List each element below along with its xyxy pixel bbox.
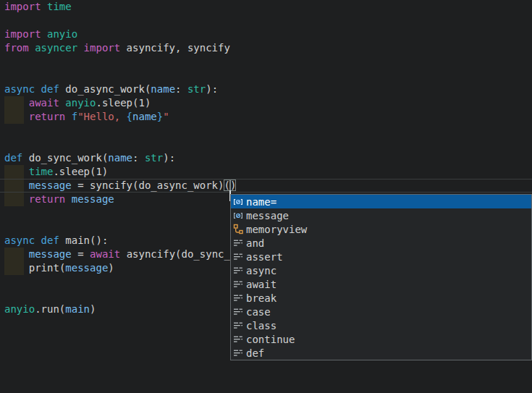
code-token	[4, 248, 29, 260]
code-token: syncify	[90, 179, 132, 191]
code-token: .sleep(1)	[96, 97, 151, 109]
code-token: time	[29, 166, 54, 177]
code-line-4[interactable]: from asyncer import asyncify, syncify	[0, 41, 532, 55]
code-token: "	[163, 111, 169, 122]
code-token: main	[65, 303, 90, 315]
suggest-item-label: case	[246, 306, 271, 318]
suggest-item[interactable]: def	[231, 346, 531, 360]
suggest-item[interactable]: assert	[231, 250, 531, 263]
code-token: anyio	[65, 97, 96, 109]
code-token: await	[90, 248, 120, 260]
code-token	[41, 28, 47, 40]
code-token: import	[4, 28, 41, 40]
code-line-12[interactable]: def do_sync_work(name: str):	[0, 151, 532, 165]
code-token: (do_sync_	[175, 248, 230, 260]
suggest-item[interactable]: memoryview	[231, 222, 531, 236]
code-token	[4, 97, 29, 109]
code-token: message	[29, 179, 72, 191]
suggest-item-label: memoryview	[246, 224, 307, 235]
code-token: asyncify	[127, 248, 175, 260]
suggest-item-label: await	[246, 279, 276, 290]
symbol-keyword-icon	[232, 334, 244, 345]
code-token: message	[72, 193, 114, 205]
suggest-item[interactable]: break	[231, 291, 531, 305]
code-token: return	[29, 111, 66, 122]
code-token	[120, 248, 126, 260]
code-token	[4, 111, 29, 122]
code-token: {	[127, 111, 132, 122]
code-token	[35, 234, 41, 246]
code-token	[35, 83, 41, 95]
code-editor[interactable]: import timeimport anyiofrom asyncer impo…	[0, 0, 532, 393]
code-token: .sleep(1)	[53, 166, 108, 177]
code-token: do_sync_work	[29, 152, 102, 164]
code-line-5[interactable]	[0, 55, 532, 69]
code-token: asyncify, syncify	[120, 42, 230, 54]
code-token: =	[72, 179, 90, 191]
code-line-3[interactable]: import anyio	[0, 28, 532, 41]
code-token: await	[29, 97, 59, 109]
code-line-6[interactable]	[0, 69, 532, 83]
code-token	[65, 111, 71, 122]
suggest-item[interactable]: await	[231, 277, 531, 291]
autocomplete-popup[interactable]: name=messagememoryviewandassertasyncawai…	[230, 194, 532, 360]
code-token: message	[65, 262, 108, 274]
code-token: )	[108, 262, 114, 274]
code-line-9[interactable]: return f"Hello, {name}"	[0, 110, 532, 124]
code-token: time	[47, 1, 72, 12]
suggest-item[interactable]: async	[231, 263, 531, 277]
symbol-keyword-icon	[232, 265, 244, 276]
code-token: )	[90, 303, 96, 315]
code-token: .run(	[35, 303, 65, 315]
code-line-1[interactable]: import time	[0, 0, 532, 14]
code-token: def	[41, 83, 59, 95]
suggest-item[interactable]: message	[231, 208, 531, 222]
code-token	[4, 262, 29, 274]
code-token: message	[29, 248, 72, 260]
suggest-item[interactable]: name=	[231, 195, 531, 208]
code-line-13[interactable]: time.sleep(1)	[0, 165, 532, 179]
suggest-item-label: break	[246, 292, 276, 304]
code-token: }	[157, 111, 163, 122]
suggest-item-label: and	[246, 237, 264, 249]
code-token: async	[4, 83, 35, 95]
code-token: import	[84, 42, 121, 54]
code-line-7[interactable]: async def do_async_work(name: str):	[0, 83, 532, 96]
symbol-keyword-icon	[232, 347, 244, 359]
code-token: print	[29, 262, 59, 274]
code-token: main	[65, 234, 90, 246]
code-token: anyio	[4, 303, 35, 315]
suggest-item[interactable]: class	[231, 318, 531, 332]
suggestion-list: name=messagememoryviewandassertasyncawai…	[231, 195, 531, 360]
code-token	[22, 152, 28, 164]
code-line-8[interactable]: await anyio.sleep(1)	[0, 96, 532, 110]
suggest-item-label: async	[246, 265, 276, 276]
symbol-variable-icon	[232, 196, 244, 208]
code-token: ():	[90, 234, 108, 246]
suggest-item-label: def	[246, 347, 264, 359]
suggest-item[interactable]: continue	[231, 332, 531, 346]
code-line-14[interactable]: message = syncify(do_async_work)()	[0, 179, 532, 193]
code-token: ):	[163, 152, 175, 164]
code-line-2[interactable]	[0, 14, 532, 28]
symbol-variable-icon	[232, 210, 244, 221]
code-token: "Hello,	[77, 111, 126, 122]
code-token: f	[72, 111, 77, 122]
symbol-keyword-icon	[232, 320, 244, 331]
suggest-item-label: message	[246, 210, 289, 221]
code-token: name	[108, 152, 132, 164]
code-token: str	[187, 83, 206, 95]
code-token	[77, 42, 83, 54]
suggest-item[interactable]: case	[231, 305, 531, 318]
suggest-item-label: assert	[246, 251, 283, 263]
suggest-item-label: name=	[246, 196, 276, 208]
code-token	[4, 193, 29, 205]
code-line-10[interactable]	[0, 124, 532, 138]
code-token	[29, 42, 35, 54]
code-line-11[interactable]	[0, 138, 532, 151]
suggest-item[interactable]: and	[231, 236, 531, 250]
code-token: :	[175, 83, 187, 95]
matched-bracket: )	[230, 179, 236, 191]
code-token: name	[132, 111, 157, 122]
symbol-keyword-icon	[232, 306, 244, 318]
